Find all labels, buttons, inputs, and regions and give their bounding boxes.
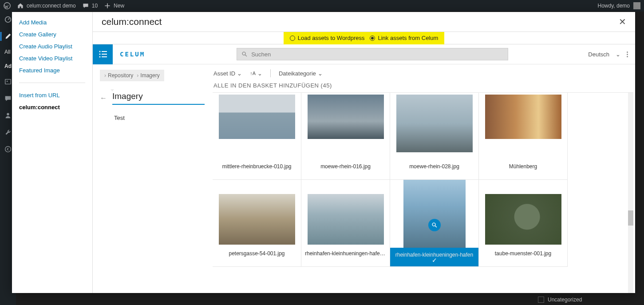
media-menu: Add Media Create Gallery Create Audio Pl… [12, 12, 93, 293]
asset-thumbnail [403, 180, 466, 254]
avatar[interactable] [633, 2, 640, 9]
comments-icon[interactable] [4, 94, 12, 103]
asset-item-selected[interactable]: rheinhafen-kleinhueningen-hafen [390, 180, 479, 267]
celum-menu-button[interactable] [93, 44, 113, 64]
uncategorized-label: Uncategorized [548, 297, 582, 303]
asset-thumbnail [396, 95, 473, 152]
add-all-basket[interactable]: ALLE IN DEN BASKET HINZUFÜGEN (45) [213, 80, 633, 92]
menu-celum-connect[interactable]: celum:connect [19, 104, 85, 111]
zoom-icon[interactable] [428, 219, 441, 231]
svg-point-4 [7, 113, 9, 115]
asset-thumbnail [485, 95, 561, 139]
back-arrow-icon[interactable]: ← [100, 94, 107, 102]
menu-create-audio-playlist[interactable]: Create Audio Playlist [19, 43, 85, 50]
menu-insert-from-url[interactable]: Insert from URL [19, 92, 85, 99]
categories-row: Uncategorized [533, 294, 635, 305]
sort-icon: ↑A [250, 71, 256, 76]
svg-rect-2 [5, 79, 11, 84]
sort-direction[interactable]: ↑A⌄ [250, 70, 262, 77]
menu-create-video-playlist[interactable]: Create Video Playlist [19, 55, 85, 62]
svg-point-13 [432, 223, 435, 226]
asset-thumbnail [219, 194, 295, 245]
asset-item[interactable]: mittlere-rheinbruecke-010.jpg [213, 93, 301, 180]
asset-caption: moewe-rhein-028.jpg [390, 163, 478, 170]
asset-thumbnail [485, 194, 561, 245]
comments-link[interactable]: 10 [82, 2, 98, 9]
more-options-icon[interactable] [627, 51, 628, 57]
asset-thumbnail [308, 194, 384, 245]
asset-caption: rheinhafen-kleinhueningen-hafen [390, 248, 478, 266]
site-name: celum:connect demo [27, 3, 76, 9]
new-link[interactable]: New [104, 2, 124, 9]
svg-point-6 [99, 51, 100, 52]
asset-item[interactable]: Mühlenberg [479, 93, 568, 180]
svg-rect-11 [102, 56, 107, 57]
comments-count: 10 [92, 3, 98, 9]
asset-item[interactable]: rheinhafen-kleinhueningen-hafen... [301, 180, 390, 267]
menu-create-gallery[interactable]: Create Gallery [19, 31, 85, 38]
scrollbar[interactable] [628, 93, 633, 293]
language-selector[interactable]: Deutsch ⌄ [588, 51, 620, 58]
posts-icon[interactable] [4, 32, 12, 41]
asset-item[interactable]: petersgasse-54-001.jpg [213, 180, 301, 267]
menu-featured-image[interactable]: Featured Image [19, 67, 85, 74]
uncategorized-checkbox[interactable] [538, 297, 544, 303]
asset-thumbnail [308, 95, 384, 139]
asset-item[interactable]: moewe-rhein-028.jpg [390, 93, 479, 180]
folder-title: Imagery [112, 91, 205, 105]
media-modal: Add Media Create Gallery Create Audio Pl… [12, 12, 635, 293]
svg-point-5 [5, 147, 11, 152]
chevron-down-icon: ⌄ [616, 51, 620, 58]
radio-icon [370, 36, 375, 41]
svg-point-3 [7, 81, 8, 82]
chevron-down-icon: ⌄ [237, 70, 242, 77]
breadcrumb[interactable]: › Repository › Imagery [100, 70, 164, 81]
chevron-down-icon: ⌄ [318, 70, 323, 77]
svg-point-12 [242, 52, 245, 55]
asset-caption: petersgasse-54-001.jpg [213, 250, 301, 257]
media-icon[interactable] [4, 77, 12, 86]
celum-logo: CELUM [120, 51, 145, 58]
asset-caption: rheinhafen-kleinhueningen-hafen... [301, 250, 390, 257]
new-label: New [114, 3, 124, 9]
asset-caption: Mühlenberg [479, 163, 567, 170]
asset-caption: mittlere-rheinbruecke-010.jpg [213, 163, 301, 170]
filter-file-category[interactable]: Dateikategorie⌄ [279, 70, 323, 77]
collapse-icon[interactable] [4, 145, 12, 154]
menu-all[interactable]: All [4, 49, 10, 55]
option-load-assets[interactable]: Load assets to Wordpress [290, 35, 365, 41]
wp-admin-bar: celum:connect demo 10 New Howdy, demo [0, 0, 644, 12]
site-home-link[interactable]: celum:connect demo [17, 2, 76, 9]
search-placeholder: Suchen [251, 51, 271, 58]
svg-rect-7 [102, 51, 107, 52]
radio-icon [290, 36, 295, 41]
menu-add-media[interactable]: Add Media [19, 19, 85, 26]
subfolder-test[interactable]: Test [114, 115, 205, 121]
asset-item[interactable]: moewe-rhein-016.jpg [301, 93, 390, 180]
option-link-assets[interactable]: Link assets from Celum [370, 35, 438, 41]
menu-ad[interactable]: Ad [4, 63, 12, 69]
asset-grid: mittlere-rheinbruecke-010.jpg moewe-rhei… [213, 93, 633, 267]
asset-caption: taube-muenster-001.jpg [479, 250, 567, 257]
tools-icon[interactable] [4, 128, 12, 137]
close-icon[interactable]: ✕ [619, 16, 626, 27]
users-icon[interactable] [4, 111, 12, 120]
asset-item[interactable]: taube-muenster-001.jpg [479, 180, 568, 267]
svg-point-8 [99, 54, 100, 55]
svg-rect-9 [102, 54, 107, 55]
search-icon [241, 51, 248, 57]
asset-thumbnail [219, 95, 295, 139]
wp-logo-icon[interactable] [4, 2, 11, 9]
sort-asset-id[interactable]: Asset ID⌄ [213, 70, 242, 77]
search-input[interactable]: Suchen [237, 48, 508, 60]
svg-point-10 [99, 56, 100, 58]
asset-caption: moewe-rhein-016.jpg [301, 163, 390, 170]
chevron-down-icon: ⌄ [257, 70, 262, 77]
modal-title: celum:connect [102, 16, 162, 27]
howdy-label[interactable]: Howdy, demo [598, 3, 630, 9]
dashboard-icon[interactable] [4, 15, 12, 24]
